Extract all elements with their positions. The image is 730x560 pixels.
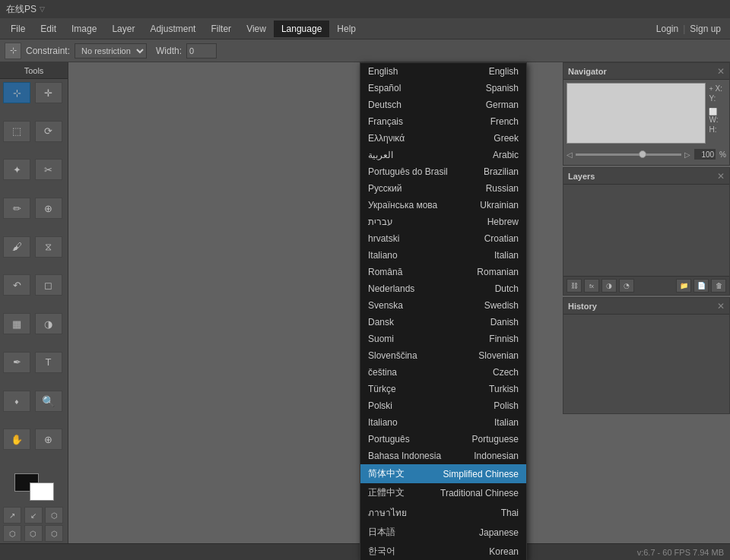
lang-item-korean[interactable]: 한국어Korean xyxy=(360,542,526,560)
menu-adjustment[interactable]: Adjustment xyxy=(142,21,203,37)
lang-english-16: Finnish xyxy=(489,334,519,344)
zoom-value-input[interactable]: 100 xyxy=(694,148,716,160)
layer-adjust-btn[interactable]: ◔ xyxy=(619,279,634,293)
menu-file[interactable]: File xyxy=(3,21,33,37)
lang-native-8: Українська мова xyxy=(368,200,437,210)
lang-item-turkish[interactable]: TürkçeTurkish xyxy=(360,381,526,397)
lang-english-3: French xyxy=(490,116,519,127)
zoom-in-tool[interactable]: ⊕ xyxy=(35,429,62,450)
lang-item-simplified-chinese[interactable]: 简体中文Simplified Chinese xyxy=(360,464,526,483)
clone-tool[interactable]: ⧖ xyxy=(35,236,62,258)
lang-item-polish[interactable]: PolskiPolish xyxy=(360,397,526,414)
constraint-select[interactable]: No restriction Square Fixed size Proport… xyxy=(75,43,147,59)
nav-zoom-slider[interactable] xyxy=(576,153,681,156)
login-link[interactable]: Login xyxy=(656,24,678,34)
small-tool-6[interactable]: ⬡ xyxy=(45,525,63,542)
lang-item-croatian[interactable]: hrvatskiCroatian xyxy=(360,230,526,247)
type-tool[interactable]: T xyxy=(35,352,62,373)
lang-item-ukrainian[interactable]: Українська моваUkrainian xyxy=(360,197,526,214)
lang-item-slovenian[interactable]: SlovenščinaSlovenian xyxy=(360,347,526,364)
slice-tool[interactable]: ✂ xyxy=(35,159,62,180)
lang-item-hebrew[interactable]: עבריתHebrew xyxy=(360,214,526,230)
lang-item-danish[interactable]: DanskDanish xyxy=(360,314,526,331)
small-tool-3[interactable]: ⬡ xyxy=(45,507,63,524)
menu-help[interactable]: Help xyxy=(329,21,363,37)
lang-item-portuguese[interactable]: PortuguêsPortuguese xyxy=(360,431,526,448)
pen-tool[interactable]: ✒ xyxy=(3,352,30,373)
lang-item-traditional-chinese[interactable]: 正體中文Traditional Chinese xyxy=(360,483,526,502)
path-tool[interactable]: ⬧ xyxy=(3,391,30,412)
layers-close-btn[interactable]: ✕ xyxy=(717,171,725,182)
menu-edit[interactable]: Edit xyxy=(33,21,64,37)
small-tool-2[interactable]: ↙ xyxy=(24,507,43,524)
nav-zoom-thumb[interactable] xyxy=(639,150,646,158)
layer-mask-btn[interactable]: ◑ xyxy=(601,279,617,293)
lang-item-greek[interactable]: ΕλληνικάGreek xyxy=(360,130,526,147)
lang-native-24: 简体中文 xyxy=(368,467,405,480)
lang-native-23: Bahasa Indonesia xyxy=(368,451,441,461)
history-brush-tool[interactable]: ↶ xyxy=(3,274,30,296)
zoom-in-arrow[interactable]: ▷ xyxy=(684,150,690,159)
lang-item-finnish[interactable]: SuomiFinnish xyxy=(360,331,526,347)
lang-item-french[interactable]: FrançaisFrench xyxy=(360,113,526,130)
lang-native-1: Español xyxy=(368,83,401,93)
nav-x-text: X: xyxy=(716,84,722,93)
move-tool[interactable]: ✛ xyxy=(35,82,62,103)
history-close-btn[interactable]: ✕ xyxy=(717,301,725,312)
width-input[interactable] xyxy=(186,43,217,59)
layer-new-btn[interactable]: 📄 xyxy=(694,279,709,293)
zoom-tool[interactable]: 🔍 xyxy=(35,391,62,412)
lang-english-0: English xyxy=(489,66,519,77)
lang-native-20: Polski xyxy=(368,400,392,411)
eyedropper-tool[interactable]: ✏ xyxy=(3,198,30,219)
hand-tool[interactable]: ✋ xyxy=(3,429,30,450)
lang-english-15: Danish xyxy=(490,317,519,327)
lang-native-21: Italiano xyxy=(368,417,398,428)
navigator-close-btn[interactable]: ✕ xyxy=(717,66,725,77)
lang-item-english[interactable]: EnglishEnglish xyxy=(360,63,526,80)
title-dropdown-arrow[interactable]: ▽ xyxy=(40,5,45,13)
signup-link[interactable]: Sign up xyxy=(690,24,721,34)
color-swatches[interactable] xyxy=(14,473,54,501)
lang-item-romanian[interactable]: RomânăRomanian xyxy=(360,264,526,280)
lang-item-russian[interactable]: РусскийRussian xyxy=(360,180,526,197)
layer-link-btn[interactable]: ⛓ xyxy=(567,279,582,293)
crop-toolbar-btn[interactable]: ⊹ xyxy=(5,43,21,59)
lang-item-spanish[interactable]: EspañolSpanish xyxy=(360,80,526,96)
gradient-tool[interactable]: ▦ xyxy=(3,313,30,334)
lang-item-thai[interactable]: ภาษาไทยThai xyxy=(360,502,526,523)
menu-layer[interactable]: Layer xyxy=(104,21,142,37)
lang-english-5: Arabic xyxy=(493,150,519,160)
menu-image[interactable]: Image xyxy=(64,21,104,37)
background-color[interactable] xyxy=(30,482,54,501)
eraser-tool[interactable]: ◻ xyxy=(35,274,62,296)
marquee-tool[interactable]: ⬚ xyxy=(3,121,30,142)
dodge-tool[interactable]: ◑ xyxy=(35,313,62,334)
menu-language[interactable]: Language xyxy=(274,21,329,37)
menu-view[interactable]: View xyxy=(239,21,274,37)
lasso-tool[interactable]: ⟳ xyxy=(35,121,62,142)
nav-zoom-row: ◁ ▷ 100 % xyxy=(567,147,726,162)
lang-item-italian[interactable]: ItalianoItalian xyxy=(360,247,526,264)
crop-tool[interactable]: ⊹ xyxy=(3,82,30,103)
lang-item-czech[interactable]: češtinaCzech xyxy=(360,364,526,381)
small-tool-1[interactable]: ↗ xyxy=(3,507,21,524)
lang-item-dutch[interactable]: NederlandsDutch xyxy=(360,280,526,297)
lang-item-arabic[interactable]: العربيةArabic xyxy=(360,147,526,163)
magic-wand-tool[interactable]: ✦ xyxy=(3,159,30,180)
zoom-out-arrow[interactable]: ◁ xyxy=(567,150,573,159)
lang-item-brazilian[interactable]: Português do BrasilBrazilian xyxy=(360,163,526,180)
lang-item-japanese[interactable]: 日本語Japanese xyxy=(360,523,526,542)
lang-item-german[interactable]: DeutschGerman xyxy=(360,96,526,113)
lang-item-indonesian[interactable]: Bahasa IndonesiaIndonesian xyxy=(360,448,526,464)
layer-delete-btn[interactable]: 🗑 xyxy=(711,279,726,293)
layer-group-btn[interactable]: 📁 xyxy=(676,279,691,293)
small-tool-4[interactable]: ⬡ xyxy=(3,525,21,542)
lang-item-italian[interactable]: ItalianoItalian xyxy=(360,414,526,431)
small-tool-5[interactable]: ⬡ xyxy=(24,525,43,542)
layer-style-btn[interactable]: fx xyxy=(584,279,599,293)
lang-item-swedish[interactable]: SvenskaSwedish xyxy=(360,297,526,314)
brush-tool[interactable]: 🖌 xyxy=(3,236,30,258)
heal-tool[interactable]: ⊕ xyxy=(35,198,62,219)
menu-filter[interactable]: Filter xyxy=(203,21,239,37)
